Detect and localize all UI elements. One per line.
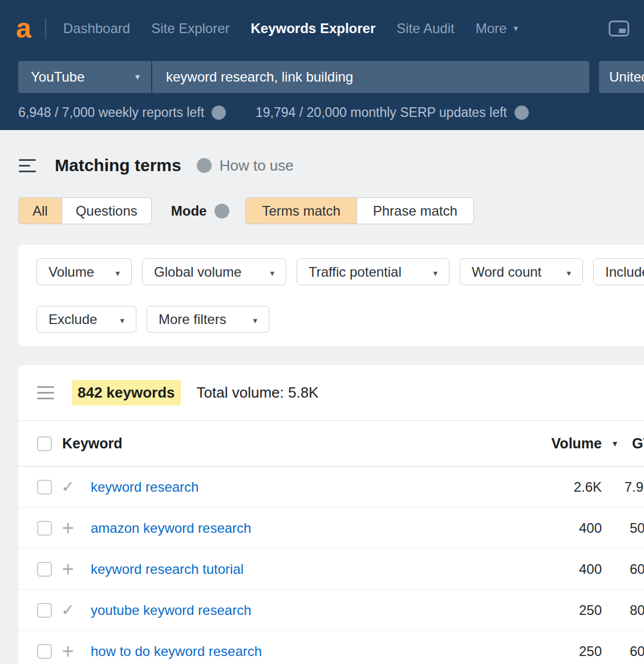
nav-item-more[interactable]: More <box>476 21 519 37</box>
country-select[interactable]: United <box>599 61 644 93</box>
add-plus-icon[interactable] <box>62 641 74 662</box>
column-header-volume[interactable]: Volume <box>552 435 602 452</box>
chevron-down-icon <box>433 269 438 277</box>
keywords-input[interactable] <box>152 61 589 93</box>
add-plus-icon[interactable] <box>62 518 74 539</box>
filters-row-2: Exclude More filters <box>37 306 644 333</box>
nav-item-dashboard[interactable]: Dashboard <box>63 21 130 37</box>
filter-global-volume-label: Global volume <box>154 264 241 280</box>
keyword-link[interactable]: amazon keyword research <box>84 520 251 536</box>
filter-volume-button[interactable]: Volume <box>37 258 132 285</box>
column-header-keyword: Keyword <box>62 435 533 452</box>
filter-include-label: Include <box>605 264 644 280</box>
ahrefs-logo[interactable]: a <box>16 16 31 41</box>
keyword-link[interactable]: how to do keyword research <box>84 643 262 659</box>
gv-value: 600 <box>630 643 644 659</box>
more-filters-button[interactable]: More filters <box>147 306 269 333</box>
keyword-count-badge: 842 keywords <box>72 380 181 406</box>
volume-header-label: Volume <box>552 435 602 451</box>
app-window-icon[interactable] <box>609 21 629 37</box>
tab-all[interactable]: All <box>18 197 62 224</box>
filter-word-count-button[interactable]: Word count <box>460 258 583 285</box>
tab-phrase-match[interactable]: Phrase match <box>357 197 474 224</box>
keyword-type-toggle: All Questions <box>18 197 152 224</box>
keyword-link[interactable]: youtube keyword research <box>84 602 251 618</box>
nav-menu: Dashboard Site Explorer Keywords Explore… <box>63 21 519 37</box>
main-content: Matching terms How to use All Questions … <box>0 130 644 664</box>
volume-value: 250 <box>579 643 602 659</box>
gv-value: 7.9K <box>625 479 644 495</box>
volume-value: 400 <box>579 520 602 536</box>
list-menu-icon[interactable] <box>37 386 54 399</box>
primary-nav: a Dashboard Site Explorer Keywords Explo… <box>0 0 644 57</box>
help-icon[interactable] <box>515 106 529 120</box>
chevron-down-icon <box>513 24 518 33</box>
nav-item-site-explorer[interactable]: Site Explorer <box>151 21 229 37</box>
nav-item-site-audit[interactable]: Site Audit <box>396 21 454 37</box>
filter-traffic-potential-button[interactable]: Traffic potential <box>297 258 449 285</box>
chevron-down-icon <box>120 316 124 325</box>
filter-exclude-button[interactable]: Exclude <box>37 306 136 333</box>
gv-value: 500 <box>630 520 644 536</box>
tab-terms-match[interactable]: Terms match <box>245 197 357 224</box>
results-panel: 842 keywords Total volume: 5.8K Keyword … <box>18 365 644 664</box>
quota-info: 6,948 / 7,000 weekly reports left 19,794… <box>18 105 644 120</box>
add-plus-icon[interactable] <box>62 559 74 580</box>
help-icon[interactable] <box>214 204 229 218</box>
added-check-icon[interactable] <box>61 602 74 618</box>
volume-value: 2.6K <box>574 479 602 495</box>
country-value: United <box>609 69 644 85</box>
chevron-down-icon <box>253 316 257 325</box>
keyword-link[interactable]: keyword research tutorial <box>84 561 244 577</box>
filter-traffic-potential-label: Traffic potential <box>309 264 402 280</box>
table-row: keyword research tutorial 400 600 <box>18 549 644 590</box>
filter-include-button[interactable]: Include <box>593 258 644 285</box>
row-checkbox[interactable] <box>37 521 52 536</box>
title-row: Matching terms How to use <box>0 130 644 178</box>
filter-word-count-label: Word count <box>472 264 541 280</box>
chevron-down-icon <box>566 269 571 277</box>
row-checkbox[interactable] <box>37 644 52 659</box>
nav-item-keywords-explorer[interactable]: Keywords Explorer <box>251 21 376 37</box>
column-header-gv[interactable]: GV <box>632 435 644 452</box>
mode-label: Mode <box>171 203 207 219</box>
page-title: Matching terms <box>55 156 181 175</box>
weekly-reports-quota: 6,948 / 7,000 weekly reports left <box>18 105 226 120</box>
divider <box>45 18 46 39</box>
tabs-row: All Questions Mode Terms match Phrase ma… <box>18 197 644 224</box>
serp-updates-text: 19,794 / 20,000 monthly SERP updates lef… <box>256 105 507 120</box>
top-header: a Dashboard Site Explorer Keywords Explo… <box>0 0 644 130</box>
table-row: amazon keyword research 400 500 <box>18 508 644 549</box>
search-bar: YouTube United <box>18 61 644 93</box>
results-header: 842 keywords Total volume: 5.8K <box>18 365 644 421</box>
gv-value: 800 <box>630 602 644 618</box>
weekly-reports-text: 6,948 / 7,000 weekly reports left <box>18 105 204 120</box>
search-engine-value: YouTube <box>31 69 84 85</box>
filter-exclude-label: Exclude <box>48 311 97 327</box>
chevron-down-icon <box>270 269 274 277</box>
select-all-checkbox[interactable] <box>37 436 52 451</box>
reports-menu-icon[interactable] <box>19 159 36 172</box>
filter-global-volume-button[interactable]: Global volume <box>142 258 286 285</box>
search-engine-select[interactable]: YouTube <box>18 61 151 93</box>
row-checkbox[interactable] <box>37 480 52 495</box>
app-root: a Dashboard Site Explorer Keywords Explo… <box>0 0 644 664</box>
serp-updates-quota: 19,794 / 20,000 monthly SERP updates lef… <box>256 105 529 120</box>
row-checkbox[interactable] <box>37 562 52 577</box>
volume-value: 400 <box>579 561 602 577</box>
sort-desc-icon <box>613 439 617 448</box>
total-volume-text: Total volume: 5.8K <box>197 384 319 402</box>
help-icon[interactable] <box>212 106 226 120</box>
more-label: More <box>476 21 507 37</box>
help-icon[interactable] <box>197 158 212 173</box>
table-row: youtube keyword research 250 800 <box>18 590 644 631</box>
filter-volume-label: Volume <box>48 264 94 280</box>
row-checkbox[interactable] <box>37 603 52 618</box>
keyword-link[interactable]: keyword research <box>84 479 199 495</box>
gv-value: 600 <box>630 561 644 577</box>
how-to-use-link[interactable]: How to use <box>220 157 294 175</box>
tab-questions[interactable]: Questions <box>62 197 152 224</box>
more-filters-label: More filters <box>159 311 226 327</box>
added-check-icon[interactable] <box>61 479 74 495</box>
match-mode-toggle: Terms match Phrase match <box>245 197 473 224</box>
